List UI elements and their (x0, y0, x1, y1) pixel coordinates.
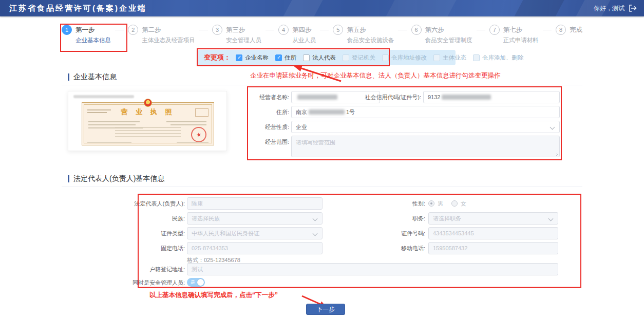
step-subtitle: 安全管理人员 (226, 36, 261, 44)
section-title-enterprise: 企业基本信息 (68, 72, 117, 82)
id-type-select: 中华人民共和国居民身份证 (187, 227, 323, 239)
section-title-legal-rep: 法定代表人(负责人)基本信息 (68, 174, 164, 183)
step-number: 6 (411, 25, 422, 35)
change-option-registration-authority: 登记机关 (343, 54, 375, 62)
registered-address-input: 测试 (187, 263, 558, 275)
step-title: 第七步 (503, 25, 539, 35)
step-title: 第一步 (75, 25, 111, 35)
registered-address-label: 户籍登记地址: (108, 263, 185, 275)
legal-name-input: 陈康 (187, 197, 323, 210)
change-option-legal-rep[interactable]: 法人代表 (303, 54, 336, 62)
checkbox-label: 登记机关 (352, 54, 375, 62)
step-item-3[interactable]: 3 第三步安全管理人员 (212, 25, 261, 44)
checkbox-disabled-icon (343, 54, 349, 61)
id-number-label: 证件号码: (349, 227, 425, 239)
gender-radio-group: 男 女 (428, 197, 471, 210)
ethnicity-select: 请选择民族 (187, 212, 323, 225)
business-nature-label: 经营性质: (224, 121, 289, 133)
next-step-button[interactable]: 下一步 (306, 304, 345, 315)
legal-name-label: 法定代表人(负责人): (108, 197, 185, 210)
address-input[interactable]: 南京1号 (291, 106, 560, 118)
change-items-label: 变更项： (204, 53, 231, 62)
checkbox-label: 法人代表 (312, 54, 336, 62)
step-item-8[interactable]: 8 完成 (556, 25, 582, 35)
mobile-input: 15950587432 (428, 242, 558, 254)
step-title: 第五步 (347, 25, 394, 35)
change-option-address[interactable]: 住所 (275, 54, 296, 62)
page: 江苏省食品经营许可(备案)企业端 你好，测试 1 第一步企业基本信息 2 第二步… (0, 0, 644, 316)
chevron-down-icon (550, 125, 555, 130)
address-label: 住所: (224, 106, 289, 118)
step-number: 4 (278, 25, 289, 35)
step-title: 完成 (570, 25, 582, 35)
change-option-warehouse-address: 仓库地址修改 (382, 54, 427, 62)
position-label: 职务: (349, 212, 425, 225)
step-number: 3 (212, 25, 222, 35)
step-connector (266, 30, 274, 30)
id-type-label: 证件类型: (108, 227, 185, 239)
checkbox-unchecked-icon (303, 54, 310, 61)
step-number: 8 (556, 25, 566, 35)
national-emblem-icon (144, 99, 152, 107)
checkbox-disabled-icon (433, 54, 440, 61)
change-option-warehouse-add-remove: 仓库添加、删除 (473, 54, 524, 62)
radio-female-icon (451, 200, 458, 207)
step-number: 2 (128, 25, 138, 35)
landline-label: 固定电话: (108, 242, 185, 254)
business-license-image: 营 业 执 照 ★ (68, 91, 227, 151)
app-header: 江苏省食品经营许可(备案)企业端 你好，测试 (0, 0, 644, 16)
checkbox-label: 仓库添加、删除 (482, 54, 524, 62)
step-subtitle: 正式申请材料 (503, 36, 539, 44)
safety-manager-label: 同时是安全管理人员: (108, 276, 185, 289)
license-caption-redacted (73, 95, 134, 98)
step-connector (543, 30, 552, 30)
step-item-6[interactable]: 6 第六步食品安全管理制度 (411, 25, 472, 44)
checkbox-label: 主体业态 (443, 54, 466, 62)
id-number-input: 4343534453445 (428, 227, 558, 239)
step-item-1[interactable]: 1 第一步企业基本信息 (62, 25, 111, 44)
divider (62, 85, 582, 85)
operator-name-label: 经营者名称: (224, 91, 289, 103)
step-title: 第二步 (142, 25, 195, 35)
change-option-enterprise-name[interactable]: 企业名称 (236, 54, 269, 62)
business-nature-select[interactable]: 企业 (291, 121, 560, 133)
chevron-down-icon (313, 231, 318, 236)
redacted-value (309, 109, 345, 115)
step-item-7[interactable]: 7 第七步正式申请材料 (489, 25, 539, 44)
change-option-business-form: 主体业态 (433, 54, 466, 62)
step-number: 7 (489, 25, 500, 35)
business-scope-label: 经营范围: (224, 136, 289, 148)
checkbox-disabled-icon (382, 54, 389, 61)
radio-male-selected-icon (428, 200, 434, 207)
business-scope-textarea: 请填写经营范围 (291, 136, 560, 157)
annotation-note-change: 企业在申请延续业务时，可对企业基本信息、法人（负责人）基本信息进行勾选变更操作 (250, 71, 501, 80)
checkbox-disabled-icon (473, 54, 480, 61)
ethnicity-label: 民族: (108, 212, 185, 225)
redacted-value (297, 95, 337, 100)
credit-code-input[interactable]: 9132 (423, 91, 560, 103)
step-subtitle: 食品安全管理制度 (425, 36, 472, 44)
landline-input: 025-87434353 (187, 242, 323, 254)
step-item-5[interactable]: 5 第五步食品安全设施设备 (333, 25, 394, 44)
divider (62, 187, 582, 187)
toggle-knob (197, 279, 204, 286)
step-connector (115, 30, 124, 30)
step-title: 第三步 (226, 25, 261, 35)
step-subtitle: 企业基本信息 (75, 36, 111, 44)
section-title-bar (68, 73, 69, 81)
step-title: 第六步 (425, 25, 472, 35)
gender-label: 性别: (349, 197, 425, 210)
mobile-label: 移动电话: (349, 242, 425, 254)
step-number: 1 (62, 25, 72, 35)
step-connector (398, 30, 407, 30)
chevron-down-icon (313, 216, 318, 221)
checkbox-label: 企业名称 (245, 54, 269, 62)
user-greeting: 你好，测试 (594, 4, 624, 13)
step-connector (320, 30, 329, 30)
checkbox-label: 住所 (285, 54, 296, 62)
step-item-2[interactable]: 2 第二步主体业态及经营项目 (128, 25, 195, 44)
step-connector (477, 30, 485, 30)
logout-icon[interactable] (629, 5, 637, 12)
step-subtitle: 主体业态及经营项目 (142, 36, 195, 44)
step-item-4[interactable]: 4 第四步从业人员 (278, 25, 316, 44)
